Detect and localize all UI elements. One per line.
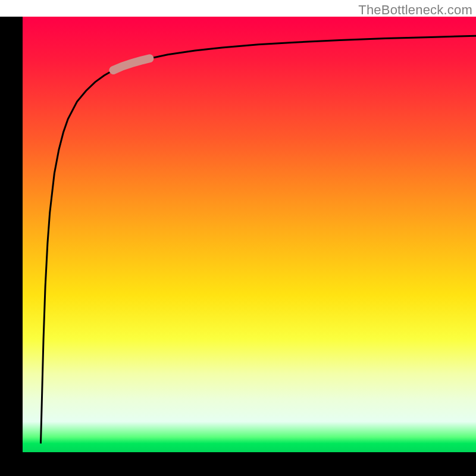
- highlight-segment: [113, 58, 149, 70]
- plot-svg: [23, 17, 476, 452]
- watermark-text: TheBottleneck.com: [358, 2, 472, 18]
- plot-area: [23, 17, 476, 452]
- curve-line: [40, 36, 476, 443]
- chart-stage: TheBottleneck.com: [0, 0, 476, 476]
- chart-frame: [0, 17, 476, 476]
